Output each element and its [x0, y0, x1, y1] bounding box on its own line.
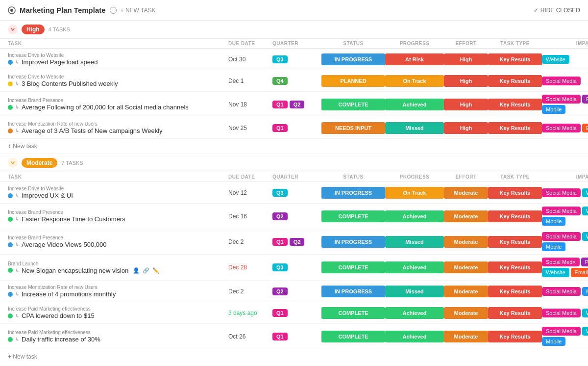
- quarter-tag[interactable]: Q2: [272, 288, 288, 295]
- tasktype-badge[interactable]: Key Results: [488, 210, 542, 222]
- task-status: COMPLETE: [321, 331, 385, 342]
- assign-icon[interactable]: 👤: [133, 267, 140, 274]
- effort-badge[interactable]: Moderate: [444, 331, 488, 342]
- progress-badge[interactable]: Achieved: [385, 210, 444, 222]
- impact-tag[interactable]: Website: [582, 207, 588, 215]
- quarter-tag[interactable]: Q1: [272, 101, 288, 108]
- effort-badge[interactable]: Moderate: [444, 286, 488, 297]
- effort-badge[interactable]: High: [444, 122, 488, 134]
- tasktype-badge[interactable]: Key Results: [488, 53, 542, 65]
- impact-tag[interactable]: Website: [582, 232, 588, 241]
- impact-tag[interactable]: Social Media: [542, 287, 581, 296]
- quarter-tag[interactable]: Q1: [272, 333, 288, 340]
- impact-tag[interactable]: Social Media: [542, 77, 581, 85]
- progress-badge[interactable]: Achieved: [385, 99, 444, 110]
- impact-tag[interactable]: Print Media: [581, 258, 588, 266]
- impact-tag[interactable]: Email: [571, 268, 588, 277]
- new-task-button-high[interactable]: + New task: [0, 139, 588, 154]
- impact-tag[interactable]: Social Media: [542, 188, 581, 197]
- hide-closed-button[interactable]: ✓ HIDE CLOSED: [534, 7, 580, 14]
- impact-tag[interactable]: Website: [582, 188, 588, 197]
- quarter-tag[interactable]: Q4: [272, 77, 288, 85]
- impact-tag[interactable]: Website: [542, 55, 569, 64]
- status-badge[interactable]: COMPLETE: [321, 331, 385, 342]
- new-task-button-moderate[interactable]: + New task: [0, 349, 588, 364]
- quarter-tag[interactable]: Q1: [272, 124, 288, 132]
- col-headers-moderate: TASK DUE DATE QUARTER STATUS PROGRESS EF…: [0, 172, 588, 182]
- impact-tag[interactable]: Mobile: [542, 217, 565, 226]
- status-badge[interactable]: PLANNED: [321, 75, 385, 87]
- status-badge[interactable]: NEEDS INPUT: [321, 122, 385, 134]
- tasktype-badge[interactable]: Key Results: [488, 75, 542, 87]
- impact-tag[interactable]: Mobile: [582, 287, 588, 296]
- tasktype-badge[interactable]: Key Results: [488, 122, 542, 134]
- status-badge[interactable]: IN PROGRESS: [321, 53, 385, 65]
- status-badge[interactable]: IN PROGRESS: [321, 187, 385, 199]
- status-badge[interactable]: IN PROGRESS: [321, 236, 385, 248]
- progress-badge[interactable]: Achieved: [385, 307, 444, 319]
- page-title: Marketing Plan Template: [20, 6, 106, 14]
- tasktype-badge[interactable]: Key Results: [488, 187, 542, 199]
- impact-tag[interactable]: Mobile: [542, 337, 565, 346]
- effort-badge[interactable]: Moderate: [444, 307, 488, 319]
- progress-badge[interactable]: Achieved: [385, 261, 444, 273]
- progress-badge[interactable]: At Risk: [385, 53, 444, 65]
- info-icon[interactable]: i: [110, 7, 117, 14]
- impact-tag[interactable]: Print Media: [582, 95, 588, 104]
- new-task-header-button[interactable]: + NEW TASK: [121, 7, 156, 14]
- effort-badge[interactable]: High: [444, 53, 488, 65]
- impact-tag[interactable]: Social Media: [542, 95, 581, 104]
- tasktype-badge[interactable]: Key Results: [488, 307, 542, 319]
- quarter-tag[interactable]: Q2: [290, 238, 305, 246]
- quarter-tag[interactable]: Q1: [272, 309, 288, 317]
- quarter-tag[interactable]: Q2: [290, 101, 305, 108]
- impact-tag[interactable]: Social Media: [542, 327, 581, 336]
- effort-badge[interactable]: Moderate: [444, 261, 488, 273]
- task-impact: Social MediaPrint MediaMobile: [542, 95, 588, 114]
- link-icon[interactable]: 🔗: [143, 267, 149, 274]
- tasktype-badge[interactable]: Key Results: [488, 261, 542, 273]
- progress-badge[interactable]: Achieved: [385, 331, 444, 342]
- progress-badge[interactable]: On Track: [385, 187, 444, 199]
- tasktype-badge[interactable]: Key Results: [488, 331, 542, 342]
- effort-badge[interactable]: Moderate: [444, 236, 488, 248]
- quarter-tag[interactable]: Q3: [272, 55, 288, 63]
- impact-tag[interactable]: Social Media: [542, 207, 581, 215]
- impact-tag[interactable]: Social Media: [542, 232, 581, 241]
- progress-badge[interactable]: Missed: [385, 236, 444, 248]
- task-due-date: 3 days ago: [228, 310, 272, 316]
- impact-tag[interactable]: Website: [582, 309, 588, 317]
- edit-icon[interactable]: ✏️: [152, 267, 159, 274]
- task-info: Increase Paid Marketing effectiveness ↳ …: [8, 330, 228, 343]
- tasktype-badge[interactable]: Key Results: [488, 286, 542, 297]
- status-badge[interactable]: COMPLETE: [321, 307, 385, 319]
- subtask-icon: ↳: [15, 59, 19, 65]
- impact-tag[interactable]: Mobile: [542, 105, 565, 114]
- quarter-tag[interactable]: Q3: [272, 263, 288, 271]
- impact-tag[interactable]: Social Med×: [542, 258, 580, 266]
- effort-badge[interactable]: Moderate: [444, 187, 488, 199]
- tasktype-badge[interactable]: Key Results: [488, 236, 542, 248]
- status-badge[interactable]: COMPLETE: [321, 99, 385, 110]
- impact-tag[interactable]: Social Media: [542, 309, 581, 317]
- tasktype-badge[interactable]: Key Results: [488, 99, 542, 110]
- status-badge[interactable]: COMPLETE: [321, 261, 385, 273]
- quarter-tag[interactable]: Q3: [272, 189, 288, 197]
- impact-tag[interactable]: Social Media: [542, 124, 581, 132]
- impact-tag[interactable]: Email: [582, 124, 588, 132]
- impact-tag[interactable]: Mobile: [542, 242, 565, 251]
- impact-tag[interactable]: Website: [582, 327, 588, 336]
- status-badge[interactable]: COMPLETE: [321, 210, 385, 222]
- group-toggle-high[interactable]: [8, 25, 18, 34]
- effort-badge[interactable]: Moderate: [444, 210, 488, 222]
- status-badge[interactable]: IN PROGRESS: [321, 286, 385, 297]
- progress-badge[interactable]: Missed: [385, 122, 444, 134]
- progress-badge[interactable]: On Track: [385, 75, 444, 87]
- progress-badge[interactable]: Missed: [385, 286, 444, 297]
- impact-tag[interactable]: Website: [542, 268, 569, 277]
- quarter-tag[interactable]: Q2: [272, 212, 288, 220]
- group-toggle-moderate[interactable]: [8, 158, 18, 168]
- effort-badge[interactable]: High: [444, 99, 488, 110]
- quarter-tag[interactable]: Q1: [272, 238, 288, 246]
- effort-badge[interactable]: High: [444, 75, 488, 87]
